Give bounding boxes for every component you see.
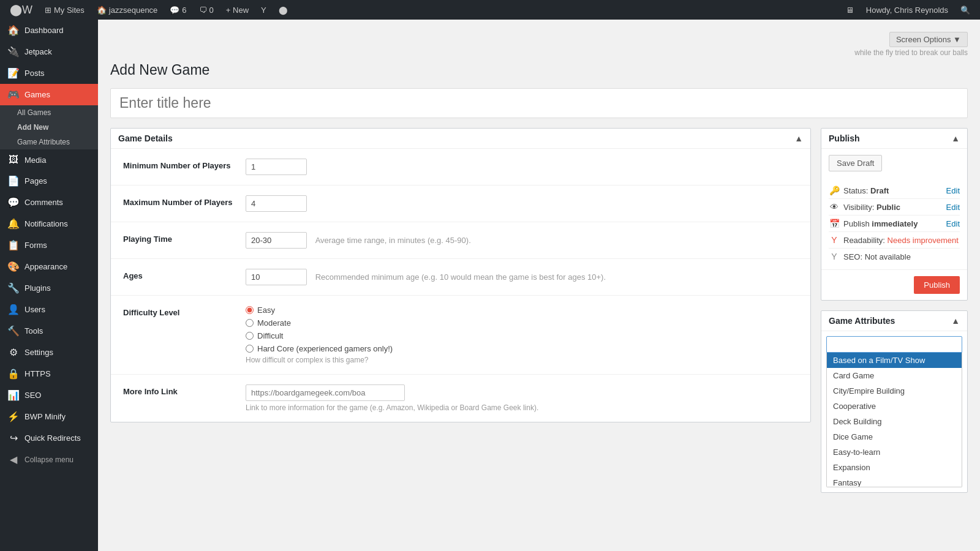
comments-button[interactable]: 💬 6 bbox=[165, 0, 191, 20]
sidebar-item-forms[interactable]: 📋Forms bbox=[0, 234, 98, 256]
ga-item-expansion[interactable]: Expansion bbox=[827, 460, 962, 475]
publish-button[interactable]: Publish bbox=[914, 276, 960, 294]
sidebar-item-posts[interactable]: 📝Posts bbox=[0, 62, 98, 84]
ga-item-cooperative[interactable]: Cooperative bbox=[827, 399, 962, 414]
game-details-title: Game Details bbox=[118, 133, 173, 143]
submenu-all-games[interactable]: All Games bbox=[0, 105, 98, 120]
sidebar-item-games[interactable]: 🎮Games All Games Add New Game Attributes bbox=[0, 84, 98, 149]
difficulty-moderate[interactable]: Moderate bbox=[246, 318, 798, 328]
ga-item-easy-to-learn[interactable]: Easy-to-learn bbox=[827, 444, 962, 460]
submenu-add-new[interactable]: Add New bbox=[0, 120, 98, 135]
status-icon: 🔑 bbox=[829, 186, 840, 195]
site-label: jazzsequence bbox=[109, 6, 158, 15]
sidebar-item-comments[interactable]: 💬Comments bbox=[0, 192, 98, 213]
difficulty-easy[interactable]: Easy bbox=[246, 305, 798, 315]
visibility-icon: 👁 bbox=[829, 202, 840, 212]
appearance-icon: 🎨 bbox=[7, 261, 20, 272]
sidebar-item-https[interactable]: 🔒HTTPS bbox=[0, 363, 98, 384]
max-players-input[interactable] bbox=[246, 195, 307, 212]
publish-title: Publish bbox=[829, 133, 860, 143]
ga-item-deck-building[interactable]: Deck Building bbox=[827, 414, 962, 429]
difficulty-hardcore[interactable]: Hard Core (experienced gamers only!) bbox=[246, 344, 798, 353]
difficulty-hardcore-label: Hard Core (experienced gamers only!) bbox=[257, 344, 393, 353]
collapse-game-details-icon[interactable]: ▲ bbox=[794, 133, 803, 143]
admin-bar: ⬤W ⊞ My Sites 🏠 jazzsequence 💬 6 🗨 0 + N… bbox=[0, 0, 980, 20]
min-players-input[interactable] bbox=[246, 159, 307, 175]
settings-icon: ⚙ bbox=[7, 347, 20, 358]
playing-time-hint: Average time range, in minutes (e.g. 45-… bbox=[315, 236, 471, 245]
max-players-field bbox=[246, 195, 798, 212]
visibility-label: Visibility: Public bbox=[843, 203, 943, 212]
difficulty-field: Easy Moderate Difficult bbox=[246, 305, 798, 364]
min-players-label: Minimum Number of Players bbox=[123, 159, 233, 170]
sidebar-collapse[interactable]: ◀Collapse menu bbox=[0, 449, 98, 470]
jetpack-icon: 🔌 bbox=[7, 46, 20, 58]
wp-logo-button[interactable]: ⬤W bbox=[5, 0, 37, 20]
publish-time-edit-link[interactable]: Edit bbox=[946, 219, 960, 228]
ga-item-city-empire[interactable]: City/Empire Building bbox=[827, 383, 962, 399]
main-content: Screen Options ▼ while the fly tried to … bbox=[98, 20, 980, 551]
sidebar-item-users[interactable]: 👤Users bbox=[0, 299, 98, 320]
visibility-edit-link[interactable]: Edit bbox=[946, 203, 960, 212]
new-content-button[interactable]: + New bbox=[221, 0, 254, 20]
sidebar-item-dashboard[interactable]: 🏠Dashboard bbox=[0, 20, 98, 41]
messages-button[interactable]: 🗨 0 bbox=[194, 0, 219, 20]
difficulty-difficult[interactable]: Difficult bbox=[246, 331, 798, 340]
sidebar-item-appearance[interactable]: 🎨Appearance bbox=[0, 256, 98, 277]
more-info-input[interactable] bbox=[246, 384, 405, 401]
sidebar-item-jetpack[interactable]: 🔌Jetpack bbox=[0, 41, 98, 62]
difficulty-easy-radio[interactable] bbox=[246, 306, 254, 314]
sidebar-item-tools[interactable]: 🔨Tools bbox=[0, 320, 98, 342]
sidebar-item-media[interactable]: 🖼Media bbox=[0, 149, 98, 170]
sidebar-item-notifications[interactable]: 🔔Notifications bbox=[0, 213, 98, 234]
ga-item-dice-game[interactable]: Dice Game bbox=[827, 429, 962, 444]
sidebar-item-bwp-minify[interactable]: ⚡BWP Minify bbox=[0, 406, 98, 427]
page-title: Add New Game bbox=[110, 62, 968, 78]
readability-icon: Y bbox=[829, 235, 840, 245]
ga-item-film-tv[interactable]: Based on a Film/TV Show bbox=[827, 353, 962, 368]
seo-sidebar-icon: Y bbox=[829, 252, 840, 261]
screen-icon-button[interactable]: 🖥 bbox=[841, 0, 859, 20]
sidebar-item-pages[interactable]: 📄Pages bbox=[0, 170, 98, 192]
collapse-game-attributes-icon[interactable]: ▲ bbox=[951, 316, 960, 326]
collapse-publish-icon[interactable]: ▲ bbox=[951, 133, 960, 143]
screen-options-button[interactable]: Screen Options ▼ bbox=[889, 32, 968, 47]
ages-field: Recommended minimum age (e.g. 10 would m… bbox=[246, 269, 798, 285]
site-name-button[interactable]: 🏠 jazzsequence bbox=[92, 0, 163, 20]
difficulty-hardcore-radio[interactable] bbox=[246, 345, 254, 353]
game-attributes-header[interactable]: Game Attributes ▲ bbox=[821, 311, 967, 331]
yoast-button[interactable]: Y bbox=[256, 0, 271, 20]
playing-time-field: Average time range, in minutes (e.g. 45-… bbox=[246, 232, 798, 249]
comments-count: 6 bbox=[182, 6, 186, 15]
sidebar-item-settings[interactable]: ⚙Settings bbox=[0, 342, 98, 363]
wp-logo-icon: ⬤W bbox=[10, 3, 32, 17]
game-details-header[interactable]: Game Details ▲ bbox=[111, 129, 810, 149]
more-info-hint: Link to more information for the game (e… bbox=[246, 403, 798, 412]
bwp-icon: ⚡ bbox=[7, 411, 20, 422]
submenu-game-attributes[interactable]: Game Attributes bbox=[0, 135, 98, 149]
status-edit-link[interactable]: Edit bbox=[946, 186, 960, 195]
sidebar-item-seo[interactable]: 📊SEO bbox=[0, 384, 98, 406]
user-greeting[interactable]: Howdy, Chris Reynolds bbox=[861, 0, 953, 20]
publish-header[interactable]: Publish ▲ bbox=[821, 129, 967, 149]
ga-item-fantasy[interactable]: Fantasy bbox=[827, 475, 962, 487]
playing-time-input[interactable] bbox=[246, 232, 307, 249]
screen-options-bar: Screen Options ▼ while the fly tried to … bbox=[110, 32, 968, 57]
calendar-icon: 📅 bbox=[829, 219, 840, 228]
ages-input[interactable] bbox=[246, 269, 307, 285]
difficulty-difficult-label: Difficult bbox=[257, 331, 283, 340]
save-draft-button[interactable]: Save Draft bbox=[829, 155, 882, 171]
site-icon: 🏠 bbox=[97, 6, 107, 15]
sidebar-item-quick-redirects[interactable]: ↪Quick Redirects bbox=[0, 427, 98, 449]
post-title-input[interactable] bbox=[110, 88, 968, 118]
difficulty-moderate-radio[interactable] bbox=[246, 319, 254, 327]
max-players-row: Maximum Number of Players bbox=[111, 186, 810, 222]
game-attributes-search[interactable] bbox=[826, 336, 962, 353]
my-sites-button[interactable]: ⊞ My Sites bbox=[40, 0, 89, 20]
search-button[interactable]: 🔍 bbox=[956, 0, 975, 20]
https-icon: 🔒 bbox=[7, 368, 20, 380]
ga-item-card-game[interactable]: Card Game bbox=[827, 368, 962, 383]
difficulty-difficult-radio[interactable] bbox=[246, 332, 254, 340]
sidebar-item-plugins[interactable]: 🔧Plugins bbox=[0, 277, 98, 299]
status-row: 🔑 Status: Draft Edit bbox=[829, 182, 960, 199]
